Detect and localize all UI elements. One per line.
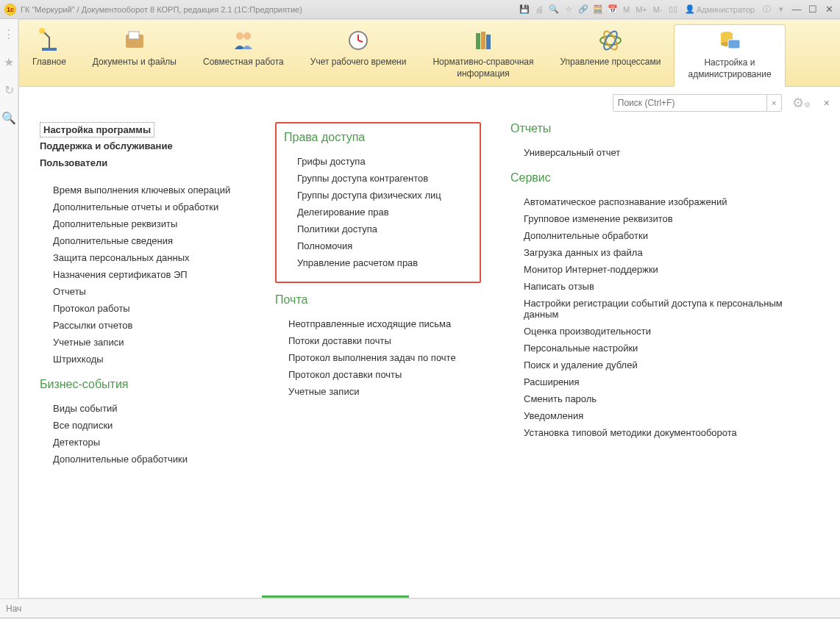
access-link-3[interactable]: Делегирование прав [284, 204, 472, 221]
section-service[interactable]: Сервис [510, 171, 819, 185]
tab-main[interactable]: Главное [19, 24, 79, 86]
service-link-12[interactable]: Уведомления [510, 407, 819, 424]
print-icon[interactable]: 🖨 [533, 4, 545, 15]
settings-link-6[interactable]: Отчеты [40, 283, 246, 300]
calc-icon[interactable]: 🧮 [592, 4, 604, 15]
search-row: × ⚙⚙ × [613, 94, 830, 112]
calendar-icon[interactable]: 📅 [607, 4, 619, 15]
mail-link-4[interactable]: Учетные записи [275, 383, 481, 400]
main-toolbar: Главное Документы и файлы Совместная раб… [19, 20, 840, 87]
service-link-10[interactable]: Расширения [510, 373, 819, 390]
service-link-13[interactable]: Установка типовой методики документообор… [510, 424, 819, 441]
service-link-0[interactable]: Автоматическое распознавание изображений [510, 193, 819, 210]
settings-link-5[interactable]: Назначения сертификатов ЭП [40, 266, 246, 283]
events-link-3[interactable]: Дополнительные обработчики [40, 451, 246, 468]
minimize-button[interactable]: — [790, 4, 803, 15]
tab-admin[interactable]: Настройка и администрирование [674, 24, 785, 87]
access-link-2[interactable]: Группы доступа физических лиц [284, 187, 472, 204]
info-icon[interactable]: ⓘ [761, 4, 772, 15]
m-plus-btn[interactable]: M+ [634, 5, 649, 14]
search-input[interactable] [613, 94, 767, 112]
access-link-1[interactable]: Группы доступа контрагентов [284, 170, 472, 187]
dropdown-icon[interactable]: ▾ [775, 4, 787, 15]
mail-link-0[interactable]: Неотправленные исходящие письма [275, 315, 481, 332]
section-reports[interactable]: Отчеты [510, 122, 819, 135]
bottom-tab-bar: Нач [0, 598, 840, 618]
history-icon[interactable]: ↻ [0, 81, 18, 99]
search-rail-icon[interactable]: 🔍 [0, 109, 18, 126]
access-link-5[interactable]: Полномочия [284, 237, 472, 254]
app-logo-icon: 1c [4, 4, 16, 15]
service-link-8[interactable]: Персональные настройки [510, 340, 819, 357]
events-link-2[interactable]: Детекторы [40, 434, 246, 451]
tab-reference[interactable]: Нормативно-справочная информация [419, 24, 547, 86]
link-program-settings[interactable]: Настройка программы [40, 122, 154, 137]
settings-link-9[interactable]: Учетные записи [40, 334, 246, 351]
panels-icon[interactable]: ▯▯ [667, 4, 679, 15]
tab-timesheet[interactable]: Учет рабочего времени [297, 24, 420, 86]
mail-link-3[interactable]: Протокол доставки почты [275, 366, 481, 383]
service-link-1[interactable]: Групповое изменение реквизитов [510, 210, 819, 227]
settings-link-2[interactable]: Дополнительные реквизиты [40, 215, 246, 232]
section-access-rights[interactable]: Права доступа [284, 131, 472, 144]
maximize-button[interactable]: ☐ [806, 4, 819, 15]
save-icon[interactable]: 💾 [519, 4, 530, 15]
column-settings: Настройка программы Поддержка и обслужив… [40, 122, 246, 468]
preview-icon[interactable]: 🔍 [548, 4, 560, 15]
settings-gear-icon[interactable]: ⚙⚙ [792, 95, 811, 111]
events-link-1[interactable]: Все подписки [40, 417, 246, 434]
panel-close-button[interactable]: × [824, 97, 830, 109]
service-link-11[interactable]: Сменить пароль [510, 390, 819, 407]
tab-label: Управление процессами [560, 57, 661, 68]
tab-label: Совместная работа [203, 57, 284, 68]
settings-link-8[interactable]: Рассылки отчетов [40, 317, 246, 334]
progress-indicator [262, 595, 409, 598]
section-business-events[interactable]: Бизнес-события [40, 378, 246, 391]
svg-rect-0 [42, 48, 57, 51]
settings-link-4[interactable]: Защита персональных данных [40, 249, 246, 266]
tab-processes[interactable]: Управление процессами [547, 24, 675, 86]
desk-lamp-icon [32, 27, 66, 54]
settings-link-7[interactable]: Протокол работы [40, 300, 246, 317]
svg-point-4 [236, 32, 243, 40]
link-icon[interactable]: 🔗 [577, 4, 589, 15]
search-clear-button[interactable]: × [767, 94, 782, 112]
svg-point-10 [600, 36, 621, 45]
service-link-9[interactable]: Поиск и удаление дублей [510, 357, 819, 373]
service-link-7[interactable]: Оценка производительности [510, 323, 819, 340]
mail-link-1[interactable]: Потоки доставки почты [275, 332, 481, 349]
apps-icon[interactable]: ⋮⋮⋮ [0, 25, 18, 43]
settings-link-10[interactable]: Штрихкоды [40, 351, 246, 368]
service-link-4[interactable]: Монитор Интернет-поддержки [510, 261, 819, 278]
service-link-3[interactable]: Загрузка данных из файла [510, 244, 819, 261]
link-users[interactable]: Пользователи [40, 154, 246, 171]
m-minus-btn[interactable]: M- [652, 5, 664, 14]
access-link-4[interactable]: Политики доступа [284, 221, 472, 237]
column-reports-service: Отчеты Универсальный отчет Сервис Автома… [510, 122, 819, 468]
svg-rect-16 [728, 40, 740, 49]
close-button[interactable]: ✕ [822, 4, 836, 15]
bottom-tab[interactable]: Нач [6, 604, 21, 614]
service-link-6[interactable]: Настройки регистрации событий доступа к … [510, 295, 819, 323]
mail-link-2[interactable]: Протокол выполнения задач по почте [275, 349, 481, 366]
tab-collaboration[interactable]: Совместная работа [190, 24, 297, 86]
tab-documents[interactable]: Документы и файлы [79, 24, 190, 86]
events-link-0[interactable]: Виды событий [40, 400, 246, 417]
settings-link-3[interactable]: Дополнительные сведения [40, 232, 246, 249]
access-link-0[interactable]: Грифы доступа [284, 153, 472, 170]
settings-link-1[interactable]: Дополнительные отчеты и обработки [40, 198, 246, 215]
tab-label: Документы и файлы [93, 57, 177, 68]
favorite-icon[interactable]: ☆ [563, 4, 574, 15]
service-link-5[interactable]: Написать отзыв [510, 278, 819, 295]
link-support[interactable]: Поддержка и обслуживание [40, 137, 246, 154]
access-link-6[interactable]: Управление расчетом прав [284, 254, 472, 271]
page-body: × ⚙⚙ × Настройка программы Поддержка и о… [19, 87, 840, 598]
content-area: Главное Документы и файлы Совместная раб… [18, 19, 840, 598]
settings-link-0[interactable]: Время выполнения ключевых операций [40, 182, 246, 198]
service-link-2[interactable]: Дополнительные обработки [510, 227, 819, 244]
star-icon[interactable]: ★ [0, 53, 18, 71]
section-mail[interactable]: Почта [275, 293, 481, 307]
m-btn[interactable]: M [622, 5, 631, 14]
reports-link-0[interactable]: Универсальный отчет [510, 144, 819, 161]
user-label[interactable]: 👤Администратор [682, 4, 758, 14]
